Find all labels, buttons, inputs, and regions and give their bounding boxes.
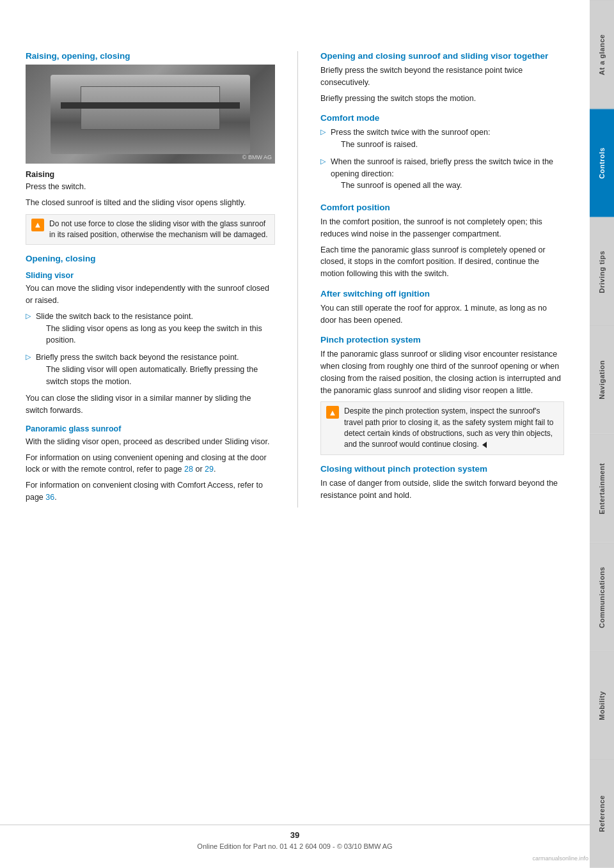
bullet-1: ▷ Slide the switch back to the resistanc… xyxy=(26,311,275,348)
sidebar-tab-navigation[interactable]: Navigation xyxy=(590,325,614,434)
left-section1-heading: Raising, opening, closing xyxy=(26,51,275,61)
pinch-protection-heading: Pinch protection system xyxy=(320,335,564,345)
raising-text2: The closed sunroof is tilted and the sli… xyxy=(26,197,275,209)
comfort-bullet-2-text: When the sunroof is raised, briefly pres… xyxy=(331,156,564,180)
bullet-1-sub: The sliding visor opens as long as you k… xyxy=(46,323,275,347)
footer-text: Online Edition for Part no. 01 41 2 604 … xyxy=(197,842,392,850)
warning-icon: ▲ xyxy=(31,219,44,231)
comfort-bullet-2-sub: The sunroof is opened all the way. xyxy=(341,180,564,192)
comfort-position-text2: Each time the panoramic glass sunroof is… xyxy=(320,244,564,280)
raising-warning-text: Do not use force to close the sliding vi… xyxy=(49,219,269,241)
pinch-warning-icon: ▲ xyxy=(326,406,339,419)
comfort-bullet-arrow-2: ▷ xyxy=(320,157,327,166)
page-number: 39 xyxy=(0,830,590,840)
sidebar-tab-communications[interactable]: Communications xyxy=(590,543,614,651)
right-section1-text2: Briefly pressing the switch stops the mo… xyxy=(320,93,564,105)
right-section1-heading: Opening and closing sunroof and sliding … xyxy=(320,51,564,61)
sunroof-image: © BMW AG xyxy=(26,65,275,164)
end-mark xyxy=(482,442,487,448)
comfort-position-text1: In the comfort position, the sunroof is … xyxy=(320,216,564,240)
raising-text1: Press the switch. xyxy=(26,181,275,193)
pinch-warning-box: ▲ Despite the pinch protection system, i… xyxy=(320,401,564,455)
page-link-29[interactable]: 29 xyxy=(205,465,214,474)
sidebar-tab-driving[interactable]: Driving tips xyxy=(590,217,614,326)
comfort-position-heading: Comfort position xyxy=(320,203,564,212)
watermark: carmanualsonline.info xyxy=(532,855,588,862)
left-column: Raising, opening, closing © BMW AG Raisi… xyxy=(26,51,275,508)
comfort-bullet-arrow-1: ▷ xyxy=(320,128,327,136)
main-content: Raising, opening, closing © BMW AG Raisi… xyxy=(0,0,590,546)
bullet-arrow-1: ▷ xyxy=(26,312,32,320)
sidebar-tab-mobility[interactable]: Mobility xyxy=(590,651,614,760)
panoramic-text1: With the sliding visor open, proceed as … xyxy=(26,436,275,448)
closing-no-pinch-text1: In case of danger from outside, slide th… xyxy=(320,477,564,502)
after-ignition-text1: You can still operate the roof for appro… xyxy=(320,302,564,327)
closing-no-pinch-heading: Closing without pinch protection system xyxy=(320,464,564,474)
image-copyright: © BMW AG xyxy=(242,154,272,160)
opening-closing-heading: Opening, closing xyxy=(26,254,275,263)
panoramic-text3: For information on convenient closing wi… xyxy=(26,479,275,504)
sidebar-tab-reference[interactable]: Reference xyxy=(590,759,614,868)
sidebar-tab-entertainment[interactable]: Entertainment xyxy=(590,434,614,543)
comfort-bullet-1-text: Press the switch twice with the sunroof … xyxy=(331,127,490,139)
raising-heading: Raising xyxy=(26,170,275,179)
sidebar: At a glance Controls Driving tips Naviga… xyxy=(590,0,614,868)
page-link-28[interactable]: 28 xyxy=(184,465,193,474)
footer: 39 Online Edition for Part no. 01 41 2 6… xyxy=(0,825,590,850)
panoramic-heading: Panoramic glass sunroof xyxy=(26,424,275,433)
page-link-36[interactable]: 36 xyxy=(45,493,54,502)
bullet-arrow-2: ▷ xyxy=(26,353,32,361)
sidebar-tab-controls[interactable]: Controls xyxy=(590,109,614,217)
comfort-bullet-2: ▷ When the sunroof is raised, briefly pr… xyxy=(320,156,564,194)
panoramic-text2: For information on using convenient open… xyxy=(26,452,275,476)
comfort-mode-heading: Comfort mode xyxy=(320,113,564,123)
bullet-2: ▷ Briefly press the switch back beyond t… xyxy=(26,352,275,389)
raising-warning: ▲ Do not use force to close the sliding … xyxy=(26,214,275,245)
bullet-2-text: Briefly press the switch back beyond the… xyxy=(36,352,275,364)
bullet-1-text: Slide the switch back to the resistance … xyxy=(36,311,275,323)
sidebar-tab-at-glance[interactable]: At a glance xyxy=(590,0,614,109)
comfort-bullet-1: ▷ Press the switch twice with the sunroo… xyxy=(320,127,564,153)
column-divider xyxy=(297,51,298,508)
right-column: Opening and closing sunroof and sliding … xyxy=(320,51,564,508)
pinch-warning-text: Despite the pinch protection system, ins… xyxy=(344,406,558,451)
right-section1-text1: Briefly press the switch beyond the resi… xyxy=(320,65,564,89)
bullet-2-sub: The sliding visor will open automaticall… xyxy=(46,364,275,388)
sliding-visor-text1: You can move the sliding visor independe… xyxy=(26,283,275,307)
sliding-visor-text2: You can close the sliding visor in a sim… xyxy=(26,392,275,417)
comfort-bullet-1-sub: The sunroof is raised. xyxy=(341,139,490,151)
pinch-protection-text1: If the panoramic glass sunroof or slidin… xyxy=(320,348,564,396)
after-ignition-heading: After switching off ignition xyxy=(320,289,564,298)
sliding-visor-heading: Sliding visor xyxy=(26,271,275,280)
